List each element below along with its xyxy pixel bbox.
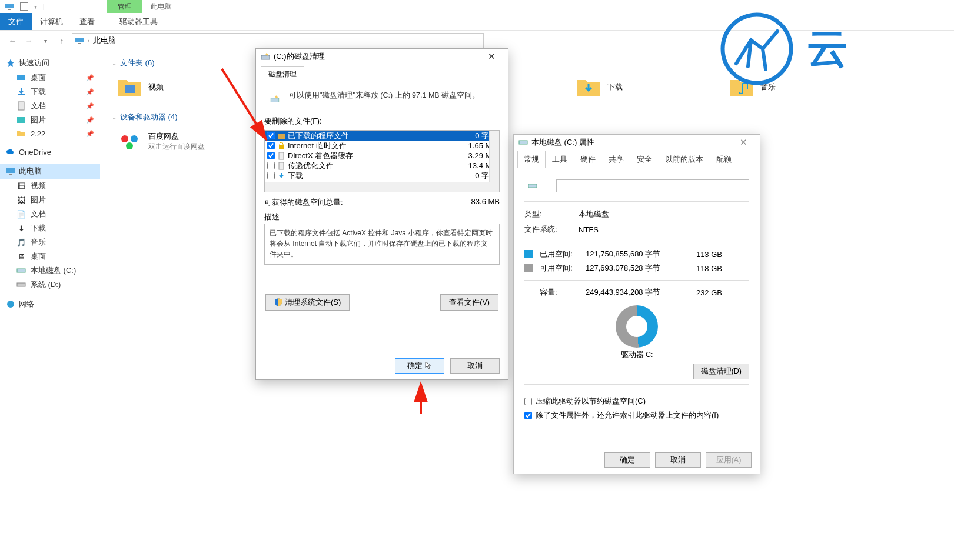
desc-label: 描述 xyxy=(264,211,500,224)
sidebar-item-pictures[interactable]: 图片📌 xyxy=(0,113,100,127)
cleanup-list-row[interactable]: DirectX 着色器缓存3.29 MB xyxy=(265,151,499,161)
sidebar-item-folder[interactable]: 2.22📌 xyxy=(0,127,100,140)
pin-icon: 📌 xyxy=(86,130,94,138)
star-icon xyxy=(6,58,15,68)
list-label: 要删除的文件(F): xyxy=(264,114,500,129)
checkbox[interactable] xyxy=(524,398,532,405)
svg-rect-12 xyxy=(17,283,25,286)
close-button[interactable]: ✕ xyxy=(480,51,503,62)
checkbox[interactable] xyxy=(267,162,275,169)
svg-rect-10 xyxy=(9,174,12,175)
context-label: 管理 xyxy=(107,0,142,13)
recent-chevron-icon[interactable]: ▾ xyxy=(39,34,52,47)
file-icon xyxy=(277,152,285,160)
properties-tab[interactable]: 常规 xyxy=(517,151,546,168)
back-button[interactable]: ← xyxy=(6,34,19,47)
folder-label: 下载 xyxy=(607,82,623,92)
scrollbar-horizontal[interactable] xyxy=(265,182,499,192)
sidebar-item-drive-d[interactable]: 系统 (D:) xyxy=(0,278,100,292)
sidebar-item-documents[interactable]: 📄文档 xyxy=(0,207,100,221)
sidebar-item-downloads[interactable]: ⬇下载 xyxy=(0,221,100,235)
properties-tab[interactable]: 共享 xyxy=(602,151,630,168)
index-checkbox[interactable]: 除了文件属性外，还允许索引此驱动器上文件的内容(I) xyxy=(524,408,749,422)
address-bar[interactable]: › 此电脑 xyxy=(72,33,484,48)
watermark: 云 xyxy=(719,11,848,87)
sidebar-onedrive[interactable]: OneDrive xyxy=(0,145,100,159)
sidebar-network[interactable]: 网络 xyxy=(0,296,100,312)
ok-button[interactable]: 确定 xyxy=(604,452,650,468)
sidebar-quickaccess[interactable]: 快速访问 xyxy=(0,55,100,71)
ok-button[interactable]: 确定 xyxy=(395,358,444,374)
used-bytes: 121,750,855,680 字节 xyxy=(586,249,680,259)
checkbox[interactable] xyxy=(267,172,275,179)
properties-tab[interactable]: 配额 xyxy=(710,151,738,168)
cleanup-list-row[interactable]: Internet 临时文件1.65 MB xyxy=(265,141,499,151)
chevron-down-icon[interactable]: ▾ xyxy=(34,4,37,10)
svg-rect-9 xyxy=(6,168,15,173)
cancel-button[interactable]: 取消 xyxy=(655,452,701,468)
compress-checkbox[interactable]: 压缩此驱动器以节约磁盘空间(C) xyxy=(524,394,749,408)
sidebar-item-label: 下载 xyxy=(31,86,46,97)
row-label: Internet 临时文件 xyxy=(288,141,347,151)
sidebar-label: 网络 xyxy=(19,299,34,309)
cancel-button[interactable]: 取消 xyxy=(450,358,500,374)
checkbox[interactable] xyxy=(267,132,275,139)
checkbox[interactable] xyxy=(267,142,275,149)
clean-system-files-button[interactable]: 清理系统文件(S) xyxy=(265,294,350,311)
cleanup-icon xyxy=(267,91,283,107)
free-label: 可用空间: xyxy=(540,263,579,274)
capacity-bytes: 249,443,934,208 字节 xyxy=(586,287,680,298)
cleanup-list-row[interactable]: 下载0 字节 xyxy=(265,171,499,181)
cleanup-file-list[interactable]: 已下载的程序文件0 字节Internet 临时文件1.65 MBDirectX … xyxy=(264,130,500,192)
ribbon-tab-computer[interactable]: 计算机 xyxy=(32,13,71,30)
sidebar-item-desktop[interactable]: 🖥桌面 xyxy=(0,249,100,264)
sidebar-item-downloads[interactable]: 下载📌 xyxy=(0,85,100,99)
desc-text: 已下载的程序文件包括 ActiveX 控件和 Java 小程序，你查看特定网页时… xyxy=(264,224,500,265)
sidebar-thispc[interactable]: 此电脑 xyxy=(0,164,100,179)
document-icon xyxy=(16,101,26,111)
free-swatch xyxy=(524,264,533,272)
filesystem-value: NTFS xyxy=(579,225,599,234)
forward-button[interactable]: → xyxy=(22,34,35,47)
ribbon-tab-view[interactable]: 查看 xyxy=(71,13,103,30)
sidebar-item-videos[interactable]: 🎞视频 xyxy=(0,179,100,193)
sidebar-item-drive-c[interactable]: 本地磁盘 (C:) xyxy=(0,264,100,278)
checkbox[interactable] xyxy=(267,152,275,159)
used-label: 已用空间: xyxy=(540,249,579,259)
up-button[interactable]: ↑ xyxy=(55,34,68,47)
cursor-icon xyxy=(425,361,432,371)
properties-tab[interactable]: 安全 xyxy=(630,151,659,168)
properties-tab[interactable]: 以前的版本 xyxy=(659,151,710,168)
section-devices[interactable]: ⌄设备和驱动器 (4) xyxy=(112,108,942,126)
sidebar-item-desktop[interactable]: 桌面📌 xyxy=(0,71,100,85)
cleanup-list-row[interactable]: 已下载的程序文件0 字节 xyxy=(265,131,499,141)
tab-cleanup[interactable]: 磁盘清理 xyxy=(261,66,304,82)
folder-item-downloads[interactable]: 下载 xyxy=(576,74,705,100)
sidebar-item-label: 文档 xyxy=(31,209,46,219)
close-button[interactable]: ✕ xyxy=(732,137,755,148)
disk-cleanup-button[interactable]: 磁盘清理(D) xyxy=(693,364,749,379)
properties-tab[interactable]: 硬件 xyxy=(574,151,602,168)
capacity-label: 容量: xyxy=(540,287,579,298)
checkbox-label: 压缩此驱动器以节约磁盘空间(C) xyxy=(536,396,646,406)
breadcrumb[interactable]: 此电脑 xyxy=(93,35,116,46)
scrollbar-vertical[interactable] xyxy=(489,131,499,182)
svg-rect-3 xyxy=(78,43,81,44)
sidebar-item-music[interactable]: 🎵音乐 xyxy=(0,235,100,249)
sidebar-item-pictures[interactable]: 🖼图片 xyxy=(0,193,100,207)
apply-button[interactable]: 应用(A) xyxy=(706,452,752,468)
cleanup-list-row[interactable]: 传递优化文件13.4 MB xyxy=(265,161,499,171)
properties-tab[interactable]: 工具 xyxy=(546,151,574,168)
quick-access-toolbar-icon[interactable] xyxy=(20,2,28,11)
view-files-button[interactable]: 查看文件(V) xyxy=(440,294,498,311)
device-item-baidu[interactable]: 百度网盘双击运行百度网盘 xyxy=(117,128,246,154)
checkbox[interactable] xyxy=(524,412,532,419)
drive-properties-dialog: 本地磁盘 (C:) 属性 ✕ 常规工具硬件共享安全以前的版本配额 类型:本地磁盘… xyxy=(513,134,760,474)
dialog-titlebar[interactable]: 本地磁盘 (C:) 属性 ✕ xyxy=(514,135,760,150)
dialog-titlebar[interactable]: (C:)的磁盘清理 ✕ xyxy=(256,49,508,64)
sidebar-item-documents[interactable]: 文档📌 xyxy=(0,99,100,113)
ribbon-tab-drive-tools[interactable]: 驱动器工具 xyxy=(111,13,166,30)
drive-name-input[interactable] xyxy=(556,179,749,192)
folder-item-videos[interactable]: 视频 xyxy=(117,74,246,100)
ribbon-tab-file[interactable]: 文件 xyxy=(0,13,32,30)
